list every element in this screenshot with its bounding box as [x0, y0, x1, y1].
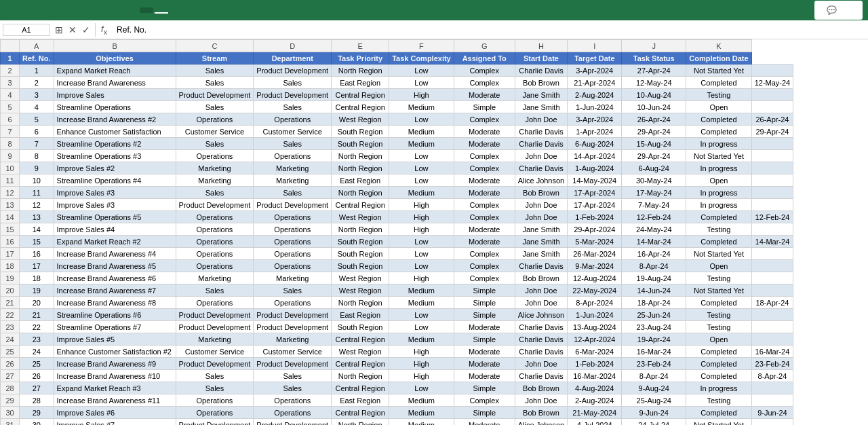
cell-25-9[interactable]: 16-Mar-24	[622, 346, 686, 358]
cell-27-9[interactable]: 8-Apr-24	[622, 370, 686, 382]
cell-24-11[interactable]	[751, 333, 793, 346]
h-start[interactable]: Start Date	[515, 52, 568, 64]
cell-3-6[interactable]: Complex	[454, 77, 515, 89]
cell-27-3[interactable]: Sales	[254, 370, 332, 382]
cell-29-7[interactable]: John Doe	[515, 394, 568, 407]
cell-3-10[interactable]: Completed	[686, 77, 751, 89]
scroll-area[interactable]: A B C D E F G H I J K 1 Ref. No.	[0, 39, 868, 425]
cell-18-7[interactable]: Charlie Davis	[515, 260, 568, 272]
cell-22-9[interactable]: 25-Jun-24	[622, 309, 686, 321]
cell-29-8[interactable]: 2-Aug-2024	[568, 394, 622, 407]
cell-10-7[interactable]: Charlie Davis	[515, 162, 568, 174]
cell-20-7[interactable]: John Doe	[515, 284, 568, 297]
cell-31-0[interactable]: 30	[20, 419, 54, 426]
cell-11-1[interactable]: Streamline Operations #4	[54, 174, 176, 187]
cell-2-1[interactable]: Expand Market Reach	[54, 64, 176, 77]
cell-16-10[interactable]: Completed	[686, 236, 751, 248]
h-completion[interactable]: Completion Date	[686, 52, 751, 64]
cell-31-5[interactable]: Medium	[389, 419, 454, 426]
cell-23-11[interactable]	[751, 321, 793, 333]
cell-3-3[interactable]: Sales	[254, 77, 332, 89]
cell-5-4[interactable]: Central Region	[332, 101, 389, 113]
col-header-g[interactable]: G	[454, 40, 515, 52]
cell-6-4[interactable]: West Region	[332, 113, 389, 126]
cell-3-5[interactable]: Low	[389, 77, 454, 89]
cell-3-1[interactable]: Increase Brand Awareness	[54, 77, 176, 89]
cell-20-8[interactable]: 22-May-2024	[568, 284, 622, 297]
col-header-h[interactable]: H	[515, 40, 568, 52]
cell-16-11[interactable]: 14-Mar-24	[751, 236, 793, 248]
cell-5-11[interactable]	[751, 101, 793, 113]
cell-20-9[interactable]: 14-Jun-24	[622, 284, 686, 297]
cell-29-6[interactable]: Complex	[454, 394, 515, 407]
cell-8-7[interactable]: Charlie Davis	[515, 138, 568, 150]
menu-home[interactable]	[18, 7, 28, 13]
cell-27-6[interactable]: Moderate	[454, 370, 515, 382]
cell-20-3[interactable]: Sales	[254, 284, 332, 297]
cell-23-5[interactable]: Low	[389, 321, 454, 333]
cell-17-2[interactable]: Operations	[176, 248, 254, 260]
cell-27-0[interactable]: 26	[20, 370, 54, 382]
cell-17-1[interactable]: Increase Brand Awareness #4	[54, 248, 176, 260]
cell-12-11[interactable]	[751, 187, 793, 199]
cell-26-10[interactable]: Completed	[686, 358, 751, 370]
cell-22-1[interactable]: Streamline Operations #6	[54, 309, 176, 321]
cell-18-11[interactable]	[751, 260, 793, 272]
cell-26-11[interactable]: 23-Feb-24	[751, 358, 793, 370]
cell-3-11[interactable]: 12-May-24	[751, 77, 793, 89]
cell-16-6[interactable]: Moderate	[454, 236, 515, 248]
h-priority[interactable]: Task Priority	[332, 52, 389, 64]
expand-icon[interactable]: ⊞	[53, 24, 65, 35]
cancel-icon[interactable]: ✕	[66, 24, 79, 35]
cell-10-9[interactable]: 6-Aug-24	[622, 162, 686, 174]
menu-formulas[interactable]	[54, 7, 65, 13]
cell-14-2[interactable]: Operations	[176, 211, 254, 223]
formula-input[interactable]	[113, 25, 865, 35]
cell-25-5[interactable]: High	[389, 346, 454, 358]
cell-26-1[interactable]: Increase Brand Awareness #9	[54, 358, 176, 370]
cell-18-2[interactable]: Operations	[176, 260, 254, 272]
cell-6-5[interactable]: Low	[389, 113, 454, 126]
cell-15-1[interactable]: Improve Sales #4	[54, 223, 176, 236]
cell-6-2[interactable]: Operations	[176, 113, 254, 126]
cell-30-5[interactable]: Medium	[389, 407, 454, 419]
cell-23-6[interactable]: Moderate	[454, 321, 515, 333]
cell-31-6[interactable]: Moderate	[454, 419, 515, 426]
cell-19-10[interactable]: Testing	[686, 272, 751, 284]
cell-11-5[interactable]: Low	[389, 174, 454, 187]
cell-30-9[interactable]: 9-Jun-24	[622, 407, 686, 419]
cell-21-1[interactable]: Increase Brand Awareness #8	[54, 297, 176, 309]
cell-15-7[interactable]: Jane Smith	[515, 223, 568, 236]
h-department[interactable]: Department	[254, 52, 332, 64]
cell-5-3[interactable]: Sales	[254, 101, 332, 113]
cell-3-4[interactable]: East Region	[332, 77, 389, 89]
menu-file[interactable]	[5, 7, 16, 13]
cell-3-9[interactable]: 12-May-24	[622, 77, 686, 89]
cell-8-8[interactable]: 6-Aug-2024	[568, 138, 622, 150]
cell-21-10[interactable]: Completed	[686, 297, 751, 309]
cell-28-3[interactable]: Sales	[254, 382, 332, 394]
cell-17-10[interactable]: Not Started Yet	[686, 248, 751, 260]
cell-26-5[interactable]: High	[389, 358, 454, 370]
cell-29-3[interactable]: Operations	[254, 394, 332, 407]
cell-14-11[interactable]: 12-Feb-24	[751, 211, 793, 223]
col-header-k[interactable]: K	[686, 40, 751, 52]
cell-21-5[interactable]: Medium	[389, 297, 454, 309]
h-objectives[interactable]: Objectives	[54, 52, 176, 64]
cell-28-6[interactable]: Simple	[454, 382, 515, 394]
cell-18-9[interactable]: 8-Apr-24	[622, 260, 686, 272]
cell-28-2[interactable]: Sales	[176, 382, 254, 394]
cell-31-8[interactable]: 4-Jul-2024	[568, 419, 622, 426]
cell-15-3[interactable]: Operations	[254, 223, 332, 236]
cell-23-4[interactable]: South Region	[332, 321, 389, 333]
cell-24-2[interactable]: Marketing	[176, 333, 254, 346]
cell-29-11[interactable]	[751, 394, 793, 407]
cell-25-7[interactable]: Charlie Davis	[515, 346, 568, 358]
cell-7-2[interactable]: Customer Service	[176, 126, 254, 138]
cell-16-3[interactable]: Operations	[254, 236, 332, 248]
cell-29-10[interactable]: Testing	[686, 394, 751, 407]
cell-12-10[interactable]: In progress	[686, 187, 751, 199]
cell-13-3[interactable]: Product Development	[254, 199, 332, 211]
cell-21-7[interactable]: John Doe	[515, 297, 568, 309]
cell-13-2[interactable]: Product Development	[176, 199, 254, 211]
